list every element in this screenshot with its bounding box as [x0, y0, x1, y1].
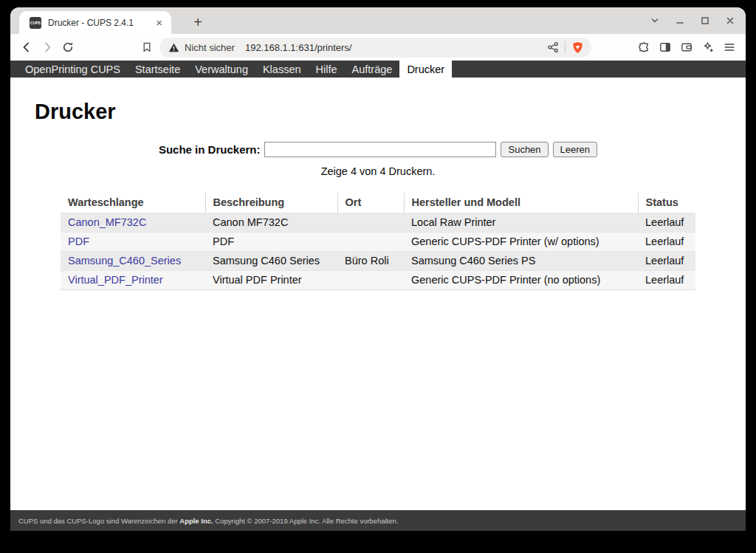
printer-search-form: Suche in Druckern: Suchen Leeren — [10, 142, 746, 157]
tab-close-icon[interactable]: × — [154, 17, 164, 28]
bookmark-icon[interactable] — [137, 37, 157, 58]
table-row: Canon_MF732C Canon MF732C Local Raw Prin… — [61, 213, 695, 232]
not-secure-warning-icon[interactable] — [168, 42, 179, 53]
browser-tab[interactable]: CUPS Drucker - CUPS 2.4.1 × — [19, 11, 171, 34]
printer-status: Leerlauf — [638, 213, 695, 232]
extensions-icon[interactable] — [633, 37, 654, 58]
table-row: Virtual_PDF_Printer Virtual PDF Printer … — [61, 270, 695, 289]
share-icon[interactable] — [547, 41, 559, 53]
nav-item-hilfe[interactable]: Hilfe — [309, 61, 345, 78]
printer-make-model: Local Raw Printer — [404, 213, 638, 232]
apple-inc-link[interactable]: Apple Inc. — [179, 517, 213, 525]
printer-make-model: Samsung C460 Series PS — [404, 251, 638, 270]
printer-queue-link[interactable]: PDF — [68, 236, 89, 247]
printer-location — [337, 232, 404, 251]
security-label[interactable]: Nicht sicher — [185, 42, 235, 53]
back-icon[interactable] — [16, 37, 37, 58]
printer-queue-link[interactable]: Canon_MF732C — [68, 216, 146, 228]
menu-hamburger-icon[interactable] — [719, 37, 740, 58]
column-header-location: Ort — [337, 193, 404, 213]
leo-ai-sparkle-icon[interactable] — [698, 37, 718, 58]
column-header-description: Beschreibung — [205, 193, 337, 213]
sidebar-icon[interactable] — [655, 37, 676, 58]
url-text[interactable]: 192.168.1.1:631/printers/ — [245, 42, 547, 53]
search-label: Suche in Druckern: — [159, 143, 261, 156]
table-row: Samsung_C460_Series Samsung C460 Series … — [61, 251, 695, 270]
brave-shield-icon[interactable] — [571, 41, 584, 54]
minimize-icon[interactable] — [670, 11, 690, 30]
nav-item-auftraege[interactable]: Aufträge — [345, 61, 400, 78]
tab-title: Drucker - CUPS 2.4.1 — [48, 18, 154, 28]
nav-item-openprinting-cups[interactable]: OpenPrinting CUPS — [18, 61, 128, 78]
footer-text: Copyright © 2007-2019 Apple Inc. Alle Re… — [213, 517, 399, 525]
printer-location — [337, 270, 404, 289]
printer-status: Leerlauf — [638, 251, 695, 270]
tab-bar: CUPS Drucker - CUPS 2.4.1 × + — [10, 7, 746, 34]
table-row: PDF PDF Generic CUPS-PDF Printer (w/ opt… — [61, 232, 695, 251]
forward-icon[interactable] — [37, 37, 58, 58]
printer-description: Samsung C460 Series — [205, 251, 337, 270]
table-header-row: Warteschlange Beschreibung Ort Herstelle… — [61, 193, 695, 213]
wallet-icon[interactable] — [676, 37, 697, 58]
column-header-status: Status — [638, 193, 695, 213]
printer-location: Büro Roli — [337, 251, 404, 270]
printer-queue-link[interactable]: Samsung_C460_Series — [68, 255, 181, 267]
printer-description: Canon MF732C — [205, 213, 337, 232]
nav-item-verwaltung[interactable]: Verwaltung — [188, 61, 255, 78]
cups-printers-page: Drucker Suche in Druckern: Suchen Leeren… — [10, 78, 746, 510]
url-bar[interactable]: Nicht sicher 192.168.1.1:631/printers/ — [159, 38, 591, 58]
printer-description: PDF — [205, 232, 337, 251]
printer-status: Leerlauf — [638, 232, 695, 251]
printer-location — [337, 213, 404, 232]
search-input[interactable] — [264, 142, 496, 157]
cups-favicon-icon: CUPS — [30, 17, 41, 29]
printer-make-model: Generic CUPS-PDF Printer (no options) — [404, 270, 638, 289]
window-menu-chevron-icon[interactable] — [645, 11, 664, 30]
page-title: Drucker — [35, 100, 746, 124]
footer-text: CUPS und das CUPS-Logo sind Warenzeichen… — [18, 517, 179, 525]
nav-item-startseite[interactable]: Startseite — [128, 61, 188, 78]
nav-item-drucker[interactable]: Drucker — [399, 61, 452, 78]
column-header-queue: Warteschlange — [61, 193, 205, 213]
nav-item-klassen[interactable]: Klassen — [255, 61, 309, 78]
new-tab-button[interactable]: + — [188, 12, 208, 32]
clear-button[interactable]: Leeren — [553, 142, 597, 157]
printer-queue-link[interactable]: Virtual_PDF_Printer — [68, 274, 163, 286]
printer-make-model: Generic CUPS-PDF Printer (w/ options) — [404, 232, 638, 251]
close-window-icon[interactable] — [721, 11, 740, 30]
browser-toolbar: Nicht sicher 192.168.1.1:631/printers/ — [10, 34, 746, 61]
printer-description: Virtual PDF Printer — [205, 270, 337, 289]
printers-table: Warteschlange Beschreibung Ort Herstelle… — [61, 193, 695, 290]
results-count-text: Zeige 4 von 4 Druckern. — [10, 165, 746, 177]
maximize-icon[interactable] — [695, 11, 715, 30]
column-header-make-model: Hersteller und Modell — [404, 193, 638, 213]
search-button[interactable]: Suchen — [501, 142, 548, 157]
reload-icon[interactable] — [58, 37, 78, 58]
cups-footer: CUPS und das CUPS-Logo sind Warenzeichen… — [10, 510, 746, 531]
cups-nav-bar: OpenPrinting CUPS Startseite Verwaltung … — [10, 61, 746, 78]
pill-divider — [565, 41, 566, 53]
browser-window: CUPS Drucker - CUPS 2.4.1 × + — [10, 7, 746, 531]
printer-status: Leerlauf — [638, 270, 695, 289]
